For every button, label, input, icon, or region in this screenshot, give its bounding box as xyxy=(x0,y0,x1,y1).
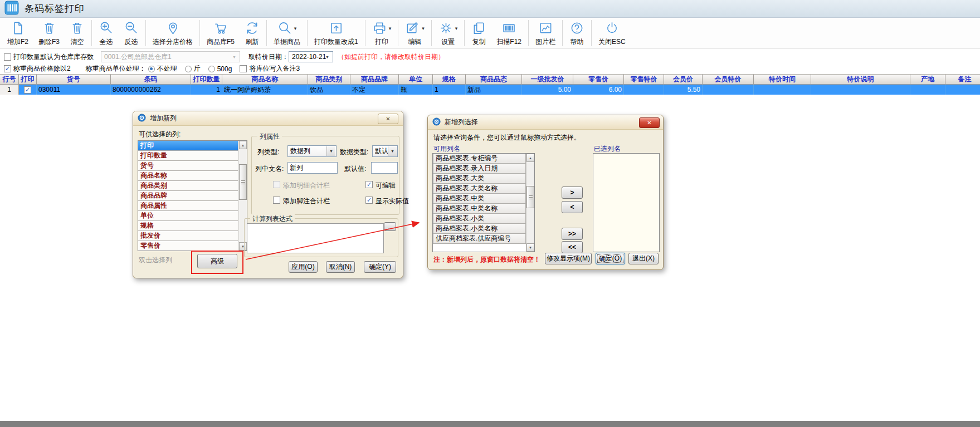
warehouse-select[interactable]: 0001.公司总部总仓库1 xyxy=(101,51,240,62)
ok-button[interactable]: 确定(Y) xyxy=(364,261,396,273)
toolbar-button-clear[interactable]: 清空 xyxy=(65,18,90,48)
column-header-barcode[interactable]: 条码 xyxy=(111,75,191,85)
column-header-print[interactable]: 打印 xyxy=(19,75,37,85)
close-icon[interactable] xyxy=(378,114,398,124)
scrollbar-thumb[interactable] xyxy=(526,186,534,208)
column-header-product-state[interactable]: 商品品态 xyxy=(466,75,522,85)
list-item[interactable]: 商品属性 xyxy=(138,201,238,211)
weigh-price-div2-checkbox[interactable] xyxy=(4,65,11,72)
scrollbar[interactable] xyxy=(526,154,534,252)
table-row[interactable]: 1 030011 8000000000262 1 统一阿萨姆奶茶 饮品 不定 瓶… xyxy=(0,85,980,95)
column-header-spec[interactable]: 规格 xyxy=(433,75,466,85)
selected-columns-list[interactable] xyxy=(593,153,660,252)
scroll-down-icon[interactable] xyxy=(526,243,534,252)
column-header-print-qty[interactable]: 打印数量 xyxy=(191,75,222,85)
toolbar-button-copy[interactable]: 复制 xyxy=(466,18,491,48)
remove-one-button[interactable]: < xyxy=(562,201,583,213)
data-type-select[interactable]: 默认 xyxy=(372,145,398,157)
toolbar-button-scan-f12[interactable]: 扫描F12 xyxy=(491,18,526,48)
editable-checkbox[interactable] xyxy=(365,181,373,188)
list-item[interactable]: 打印数量 xyxy=(138,151,238,161)
expression-more-button[interactable]: ... xyxy=(384,222,396,231)
expression-textarea[interactable] xyxy=(247,223,384,253)
list-item[interactable]: 货号 xyxy=(138,161,238,171)
list-item[interactable]: 商品档案表.中类 xyxy=(433,193,526,204)
weigh-unit-radio-jin[interactable] xyxy=(185,66,192,72)
dropdown-caret-icon[interactable] xyxy=(422,24,425,32)
available-columns-list[interactable]: 打印 打印数量 货号 商品名称 商品类别 商品品牌 商品属性 单位 规格 批发价… xyxy=(138,140,247,251)
print-qty-default-checkbox[interactable] xyxy=(4,53,11,61)
column-header-special-time[interactable]: 特价时间 xyxy=(754,75,811,85)
add-column-dialog-titlebar[interactable]: 增加新列 xyxy=(133,111,403,126)
ok-button[interactable]: 确定(O) xyxy=(596,253,625,264)
column-header-retail-special[interactable]: 零售特价 xyxy=(624,75,664,85)
toolbar-button-close-esc[interactable]: 关闭ESC xyxy=(593,18,631,48)
column-header-row-no[interactable]: 行号 xyxy=(0,75,19,85)
apply-button[interactable]: 应用(O) xyxy=(289,261,318,273)
dropdown-caret-icon[interactable] xyxy=(389,24,392,32)
list-item[interactable]: 商品档案表.大类 xyxy=(433,173,526,184)
window-titlebar[interactable]: 条码标签打印 xyxy=(0,0,980,18)
column-header-member-special[interactable]: 会员特价 xyxy=(703,75,754,85)
col-type-select[interactable]: 数据列 xyxy=(287,145,337,157)
row-print-checkbox[interactable] xyxy=(24,86,31,94)
available-columns-list[interactable]: 商品档案表.专柜编号 商品档案表.录入日期 商品档案表.大类 商品档案表.大类名… xyxy=(432,153,535,252)
column-header-item-no[interactable]: 货号 xyxy=(37,75,111,85)
column-header-category[interactable]: 商品类别 xyxy=(308,75,350,85)
list-item[interactable]: 商品名称 xyxy=(138,171,238,181)
write-location-checkbox[interactable] xyxy=(240,65,247,72)
scrollbar-thumb[interactable] xyxy=(239,164,247,200)
toolbar-button-select-all[interactable]: 全选 xyxy=(94,18,119,48)
toolbar-button-document-products[interactable]: 单据商品 xyxy=(269,18,305,48)
cancel-button[interactable]: 取消(N) xyxy=(326,261,355,273)
list-item[interactable]: 零售价 xyxy=(138,241,238,251)
toolbar-button-delete-f3[interactable]: 删除F3 xyxy=(33,18,65,48)
list-item[interactable]: 规格 xyxy=(138,221,238,231)
toolbar-button-print[interactable]: 打印 xyxy=(367,18,397,48)
add-all-button[interactable]: >> xyxy=(562,228,583,240)
default-value-input[interactable] xyxy=(371,162,398,174)
list-item[interactable]: 商品档案表.小类 xyxy=(433,213,526,224)
weigh-unit-radio-500g[interactable] xyxy=(208,66,215,72)
scroll-up-icon[interactable] xyxy=(239,141,247,149)
toolbar-button-add-f2[interactable]: 增加F2 xyxy=(2,18,33,48)
close-icon[interactable] xyxy=(639,117,660,128)
exit-button[interactable]: 退出(X) xyxy=(628,253,659,264)
toolbar-button-edit[interactable]: 编辑 xyxy=(400,18,430,48)
cn-name-input[interactable] xyxy=(287,162,338,174)
list-item[interactable]: 商品品牌 xyxy=(138,191,238,201)
show-actual-checkbox[interactable] xyxy=(365,197,373,204)
special-date-select[interactable]: 2022-10-21 xyxy=(289,51,333,62)
list-item[interactable]: 单位 xyxy=(138,211,238,221)
column-header-remark[interactable]: 备注 xyxy=(945,75,980,85)
dropdown-caret-icon[interactable] xyxy=(294,24,297,32)
scroll-up-icon[interactable] xyxy=(526,154,534,162)
footer-total-checkbox[interactable] xyxy=(273,197,280,204)
dropdown-caret-icon[interactable] xyxy=(455,24,458,32)
detail-total-checkbox[interactable] xyxy=(273,181,280,188)
toolbar-button-invert-selection[interactable]: 反选 xyxy=(119,18,144,48)
list-item[interactable]: 打印 xyxy=(138,141,238,151)
toolbar-button-settings[interactable]: 设置 xyxy=(433,18,463,48)
column-header-unit[interactable]: 单位 xyxy=(399,75,433,85)
toolbar-button-refresh[interactable]: 刷新 xyxy=(240,18,265,48)
modify-display-button[interactable]: 修改显示项(M) xyxy=(545,253,592,264)
remove-all-button[interactable]: << xyxy=(562,241,583,253)
list-item[interactable]: 供应商档案表.供应商编号 xyxy=(433,233,526,244)
list-item[interactable]: 商品档案表.大类名称 xyxy=(433,183,526,194)
toolbar-button-product-library-f5[interactable]: 商品库F5 xyxy=(202,18,240,48)
column-header-origin[interactable]: 产地 xyxy=(910,75,945,85)
column-header-special-note[interactable]: 特价说明 xyxy=(811,75,910,85)
toolbar-button-select-branch-price[interactable]: 选择分店价格 xyxy=(148,18,198,48)
list-item[interactable]: 商品档案表.专柜编号 xyxy=(433,153,526,164)
column-header-brand[interactable]: 商品品牌 xyxy=(350,75,399,85)
toolbar-button-help[interactable]: 帮助 xyxy=(564,18,589,48)
list-item[interactable]: 商品档案表.中类名称 xyxy=(433,203,526,214)
column-header-member-price[interactable]: 会员价 xyxy=(664,75,703,85)
column-header-retail-price[interactable]: 零售价 xyxy=(573,75,624,85)
toolbar-button-set-print-qty-1[interactable]: 打印数量改成1 xyxy=(309,18,363,48)
weigh-unit-radio-none[interactable] xyxy=(148,66,155,72)
column-select-dialog-titlebar[interactable]: 新增列选择 xyxy=(428,115,663,130)
column-header-product-name[interactable]: 商品名称 xyxy=(222,75,308,85)
list-item[interactable]: 商品档案表.录入日期 xyxy=(433,163,526,174)
